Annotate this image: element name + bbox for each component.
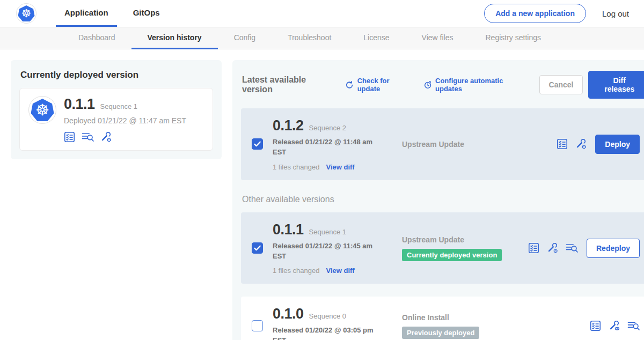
preflight-checks-icon[interactable] — [566, 242, 578, 254]
config-icon[interactable] — [100, 131, 112, 143]
available-versions-panel: Latest available version Check for updat… — [232, 60, 644, 340]
refresh-icon — [345, 80, 354, 90]
view-diff-link[interactable]: View diff — [326, 163, 354, 171]
sequence-label: Sequence 2 — [309, 124, 346, 132]
add-new-application-button[interactable]: Add a new application — [484, 4, 586, 23]
version-number: 0.1.0 — [273, 306, 304, 322]
other-versions-title: Other available versions — [242, 195, 644, 204]
check-for-update-link[interactable]: Check for update — [345, 77, 411, 93]
kubernetes-logo-icon: ☸ — [16, 3, 36, 24]
released-timestamp: Released 01/20/22 @ 03:05 pm EST — [273, 326, 378, 340]
subnav-item-dashboard[interactable]: Dashboard — [62, 27, 131, 49]
version-row-0-1-1: 0.1.1 Sequence 1 Released 01/21/22 @ 11:… — [241, 212, 644, 284]
release-notes-icon[interactable] — [557, 138, 568, 150]
deploy-button[interactable]: Deploy — [595, 135, 640, 154]
released-timestamp: Released 01/21/22 @ 11:48 am EST — [273, 137, 378, 158]
cancel-button[interactable]: Cancel — [539, 75, 583, 94]
sequence-label: Sequence 1 — [309, 228, 346, 236]
version-checkbox[interactable] — [252, 138, 263, 150]
release-notes-icon[interactable] — [590, 320, 601, 331]
config-icon[interactable] — [575, 138, 587, 150]
tab-application[interactable]: Application — [56, 0, 117, 27]
logout-link[interactable]: Log out — [602, 9, 629, 18]
release-notes-icon[interactable] — [528, 242, 539, 254]
tab-gitops[interactable]: GitOps — [125, 0, 169, 27]
version-number: 0.1.2 — [273, 117, 304, 134]
subnav-item-registry-settings[interactable]: Registry settings — [469, 27, 557, 49]
deployed-timestamp: Deployed 01/21/22 @ 11:47 am EST — [64, 116, 186, 125]
version-source-label: Upstream Update — [402, 235, 464, 244]
latest-available-title: Latest available version — [242, 75, 334, 94]
version-row-0-1-0: 0.1.0 Sequence 0 Released 01/20/22 @ 03:… — [241, 297, 644, 340]
currently-deployed-badge: Currently deployed version — [402, 249, 502, 261]
deployed-sequence-label: Sequence 1 — [100, 102, 137, 110]
version-checkbox[interactable] — [252, 242, 263, 254]
configure-automatic-updates-link[interactable]: Configure automatic updates — [423, 77, 528, 93]
top-nav: ☸ Application GitOps Add a new applicati… — [0, 0, 644, 27]
version-history-page: Currently deployed version ☸ 0.1.1 Seque… — [0, 49, 644, 340]
subnav-item-troubleshoot[interactable]: Troubleshoot — [272, 27, 347, 49]
version-checkbox[interactable] — [252, 320, 263, 331]
app-kubernetes-logo-icon: ☸ — [28, 96, 56, 124]
preflight-checks-icon[interactable] — [82, 131, 94, 143]
subnav-item-license[interactable]: License — [347, 27, 405, 49]
redeploy-button[interactable]: Redeploy — [587, 239, 640, 258]
currently-deployed-title: Currently deployed version — [20, 70, 213, 80]
files-changed-label: 1 files changed — [273, 163, 319, 171]
currently-deployed-panel: Currently deployed version ☸ 0.1.1 Seque… — [11, 60, 222, 159]
released-timestamp: Released 01/21/22 @ 11:45 am EST — [273, 241, 378, 262]
view-config-icon[interactable] — [609, 320, 620, 331]
version-source-label: Upstream Update — [402, 140, 464, 149]
schedule-update-icon — [423, 80, 432, 90]
diff-releases-button[interactable]: Diff releases — [588, 71, 644, 99]
top-tabs: Application GitOps — [56, 0, 176, 27]
files-changed-label: 1 files changed — [273, 267, 319, 275]
version-source-label: Online Install — [402, 313, 449, 322]
subnav-item-version-history[interactable]: Version history — [131, 27, 218, 49]
deployed-version-card: ☸ 0.1.1 Sequence 1 Deployed 01/21/22 @ 1… — [19, 88, 213, 151]
available-versions-header: Latest available version Check for updat… — [242, 71, 644, 99]
sequence-label: Sequence 0 — [309, 312, 346, 320]
deployed-version-number: 0.1.1 — [64, 96, 95, 113]
version-row-0-1-2: 0.1.2 Sequence 2 Released 01/21/22 @ 11:… — [241, 108, 644, 180]
previously-deployed-badge: Previously deployed — [402, 327, 479, 339]
app-subnav: Dashboard Version history Config Trouble… — [0, 27, 644, 49]
version-number: 0.1.1 — [273, 221, 304, 238]
subnav-item-view-files[interactable]: View files — [406, 27, 470, 49]
config-icon[interactable] — [547, 242, 558, 254]
release-notes-icon[interactable] — [64, 131, 75, 143]
subnav-item-config[interactable]: Config — [218, 27, 272, 49]
preflight-checks-icon[interactable] — [627, 320, 640, 331]
view-diff-link[interactable]: View diff — [326, 267, 354, 275]
